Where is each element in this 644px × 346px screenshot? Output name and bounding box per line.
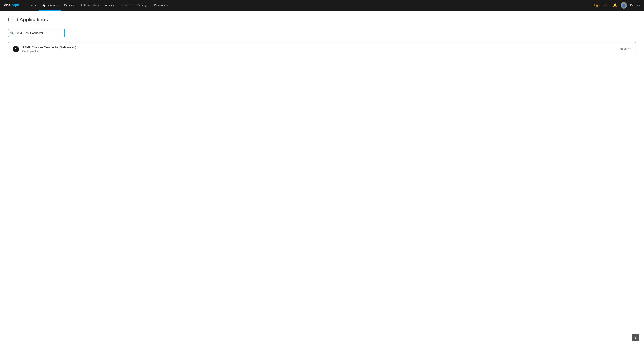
nav-right: Upgrade now 🔔 👤 Deepak: [593, 2, 640, 9]
result-company: OneLogin, Inc.: [22, 50, 620, 53]
avatar[interactable]: 👤: [620, 2, 627, 9]
nav-item-applications[interactable]: Applications: [39, 0, 61, 11]
page-title: Find Applications: [8, 17, 636, 23]
nav-item-activity[interactable]: Activity: [102, 0, 117, 11]
nav-item-developers[interactable]: Developers: [151, 0, 172, 11]
result-row[interactable]: 1 SAML Custom Connector (Advanced) OneLo…: [8, 42, 636, 56]
nav-item-users[interactable]: Users: [25, 0, 39, 11]
avatar-icon: 👤: [622, 4, 626, 7]
logo[interactable]: onelogin: [4, 3, 19, 8]
result-number: 1: [12, 46, 19, 53]
nav-item-devices[interactable]: Devices: [61, 0, 78, 11]
help-button[interactable]: ?: [632, 334, 639, 341]
nav-item-authentication[interactable]: Authentication: [78, 0, 102, 11]
result-info: SAML Custom Connector (Advanced) OneLogi…: [22, 46, 620, 53]
main-content: Find Applications 🔍 1 SAML Custom Connec…: [0, 11, 644, 346]
result-type: SAML2.0: [620, 48, 632, 51]
user-name[interactable]: Deepak: [630, 4, 640, 7]
search-input[interactable]: [8, 29, 65, 37]
nav-links: Users Applications Devices Authenticatio…: [25, 0, 593, 11]
nav-item-settings[interactable]: Settings: [134, 0, 151, 11]
search-icon: 🔍: [10, 31, 14, 35]
result-name: SAML Custom Connector (Advanced): [22, 46, 620, 49]
notification-bell-icon[interactable]: 🔔: [613, 3, 617, 8]
main-navigation: onelogin Users Applications Devices Auth…: [0, 0, 644, 11]
search-wrapper: 🔍: [8, 29, 65, 37]
nav-item-security[interactable]: Security: [117, 0, 134, 11]
upgrade-button[interactable]: Upgrade now: [593, 4, 610, 7]
